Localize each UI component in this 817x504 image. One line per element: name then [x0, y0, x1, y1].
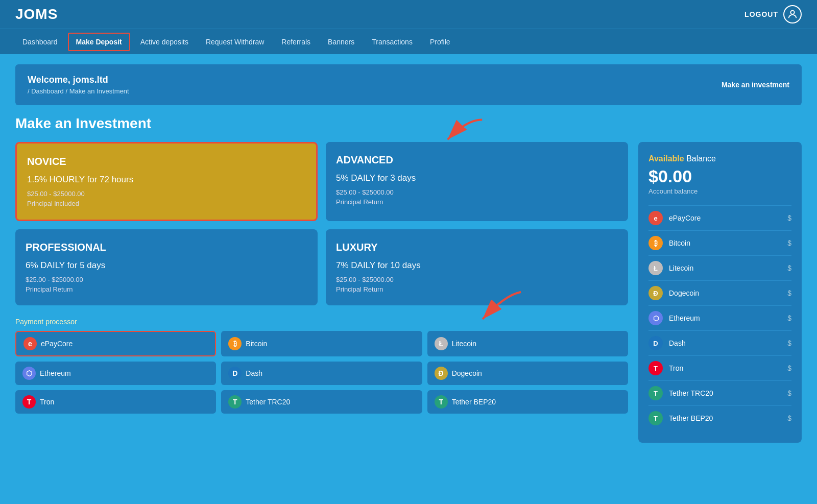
plan-novice[interactable]: NOVICE 1.5% HOURLY for 72 hours $25.00 -…	[15, 142, 318, 221]
payment-processor-section: Payment processor e ePayCore	[15, 318, 628, 414]
content-layout: NOVICE 1.5% HOURLY for 72 hours $25.00 -…	[15, 142, 802, 443]
balance-ethereum-name: Ethereum	[669, 314, 781, 322]
plan-professional-rate: 6% DAILY for 5 days	[26, 260, 307, 271]
payment-tether-bep20-label: Tether BEP20	[452, 398, 496, 406]
balance-panel: Available Balance $0.00 Account balance …	[638, 142, 802, 443]
balance-litecoin-name: Litecoin	[669, 264, 781, 272]
balance-epaycore-icon: e	[648, 211, 663, 225]
tron-icon: T	[22, 395, 36, 409]
logo: JOMS	[15, 6, 58, 22]
plan-novice-rate: 1.5% HOURLY for 72 hours	[27, 175, 306, 185]
balance-bitcoin-name: Bitcoin	[669, 239, 781, 247]
balance-dogecoin-amount: $	[787, 289, 791, 297]
plan-luxury-rate: 7% DAILY for 10 days	[336, 260, 618, 271]
balance-dash-icon: D	[648, 336, 663, 350]
dash-icon: D	[228, 367, 242, 380]
nav-referrals[interactable]: Referrals	[274, 34, 318, 50]
epaycore-icon: e	[23, 337, 37, 350]
plan-advanced-range: $25.00 - $25000.00	[336, 188, 618, 196]
nav-bar: Dashboard Make Deposit Active deposits R…	[0, 29, 817, 54]
payment-litecoin[interactable]: Ł Litecoin	[427, 331, 628, 356]
welcome-text: Welcome, joms.ltd	[28, 75, 129, 85]
ethereum-icon: ⬡	[22, 367, 36, 380]
balance-tron-icon: T	[648, 361, 663, 375]
balance-row-dogecoin: Ð Dogecoin $	[648, 280, 791, 305]
breadcrumb: / Dashboard / Make an Investment	[28, 87, 129, 95]
balance-ethereum-amount: $	[787, 314, 791, 322]
balance-tether-trc20-amount: $	[787, 389, 791, 397]
plan-professional-range: $25.00 - $25000.00	[26, 276, 307, 283]
balance-header: Available Balance	[648, 154, 791, 163]
payment-epaycore[interactable]: e ePayCore	[15, 331, 216, 356]
balance-row-tron: T Tron $	[648, 355, 791, 380]
balance-litecoin-amount: $	[787, 264, 791, 272]
balance-tether-trc20-icon: T	[648, 386, 663, 400]
plan-professional[interactable]: PROFESSIONAL 6% DAILY for 5 days $25.00 …	[15, 229, 318, 305]
plan-novice-name: NOVICE	[27, 156, 306, 167]
plan-novice-principal: Principal included	[27, 200, 306, 207]
logout-area: LOGOUT	[744, 5, 802, 23]
user-avatar-icon[interactable]	[783, 5, 802, 23]
payment-ethereum[interactable]: ⬡ Ethereum	[15, 362, 216, 385]
payment-tether-bep20[interactable]: T Tether BEP20	[427, 390, 628, 414]
payment-bitcoin[interactable]: ₿ Bitcoin	[221, 331, 422, 356]
tether-bep20-icon: T	[435, 395, 448, 409]
bitcoin-icon: ₿	[228, 337, 242, 350]
breadcrumb-right-label: Make an investment	[722, 81, 789, 89]
nav-transactions[interactable]: Transactions	[365, 34, 420, 50]
payment-dogecoin[interactable]: Ð Dogecoin	[427, 362, 628, 385]
nav-profile[interactable]: Profile	[423, 34, 458, 50]
balance-tether-bep20-name: Tether BEP20	[669, 414, 781, 422]
balance-tron-amount: $	[787, 364, 791, 372]
litecoin-icon: Ł	[435, 337, 448, 350]
balance-tether-bep20-icon: T	[648, 411, 663, 425]
payment-dash-label: Dash	[246, 369, 262, 377]
plan-professional-principal: Principal Return	[26, 285, 307, 293]
balance-sub: Account balance	[648, 187, 791, 195]
payment-ethereum-label: Ethereum	[40, 369, 71, 377]
investment-section: NOVICE 1.5% HOURLY for 72 hours $25.00 -…	[15, 142, 628, 443]
page-title: Make an Investment	[15, 115, 802, 132]
balance-bitcoin-icon: ₿	[648, 236, 663, 250]
plan-luxury-range: $25.00 - $25000.00	[336, 276, 618, 283]
plan-advanced-rate: 5% DAILY for 3 days	[336, 173, 618, 183]
balance-bitcoin-amount: $	[787, 239, 791, 247]
top-bar: JOMS LOGOUT	[0, 0, 817, 29]
plan-grid: NOVICE 1.5% HOURLY for 72 hours $25.00 -…	[15, 142, 628, 305]
payment-grid: e ePayCore ₿ Bitcoin Ł Litecoin ⬡ Ethere…	[15, 331, 628, 414]
nav-make-deposit[interactable]: Make Deposit	[68, 33, 130, 51]
payment-tron[interactable]: T Tron	[15, 390, 216, 414]
plan-advanced[interactable]: ADVANCED 5% DAILY for 3 days $25.00 - $2…	[326, 142, 628, 221]
balance-ethereum-icon: ⬡	[648, 311, 663, 325]
balance-dash-amount: $	[787, 339, 791, 347]
nav-banners[interactable]: Banners	[321, 34, 362, 50]
payment-tron-label: Tron	[40, 398, 54, 406]
balance-epaycore-amount: $	[787, 214, 791, 222]
logout-button[interactable]: LOGOUT	[744, 10, 778, 18]
nav-request-withdraw[interactable]: Request Withdraw	[199, 34, 271, 50]
available-label: Available	[648, 154, 684, 163]
plan-professional-name: PROFESSIONAL	[26, 242, 307, 253]
balance-row-epaycore: e ePayCore $	[648, 205, 791, 230]
nav-dashboard[interactable]: Dashboard	[15, 34, 65, 50]
payment-processor-label: Payment processor	[15, 318, 628, 326]
balance-epaycore-name: ePayCore	[669, 214, 781, 222]
breadcrumb-bar: Welcome, joms.ltd / Dashboard / Make an …	[15, 64, 802, 105]
balance-dogecoin-icon: Ð	[648, 286, 663, 300]
balance-row-dash: D Dash $	[648, 330, 791, 355]
balance-dash-name: Dash	[669, 339, 781, 347]
payment-tether-trc20[interactable]: T Tether TRC20	[221, 390, 422, 414]
dogecoin-icon: Ð	[435, 367, 448, 380]
balance-litecoin-icon: Ł	[648, 261, 663, 275]
nav-active-deposits[interactable]: Active deposits	[133, 34, 196, 50]
balance-dogecoin-name: Dogecoin	[669, 289, 781, 297]
payment-dash[interactable]: D Dash	[221, 362, 422, 385]
plan-advanced-principal: Principal Return	[336, 198, 618, 206]
payment-bitcoin-label: Bitcoin	[246, 340, 267, 348]
breadcrumb-left: Welcome, joms.ltd / Dashboard / Make an …	[28, 75, 129, 95]
payment-litecoin-label: Litecoin	[452, 340, 476, 348]
plan-novice-range: $25.00 - $25000.00	[27, 190, 306, 198]
balance-tron-name: Tron	[669, 364, 781, 372]
balance-tether-bep20-amount: $	[787, 414, 791, 422]
svg-point-0	[790, 11, 794, 14]
